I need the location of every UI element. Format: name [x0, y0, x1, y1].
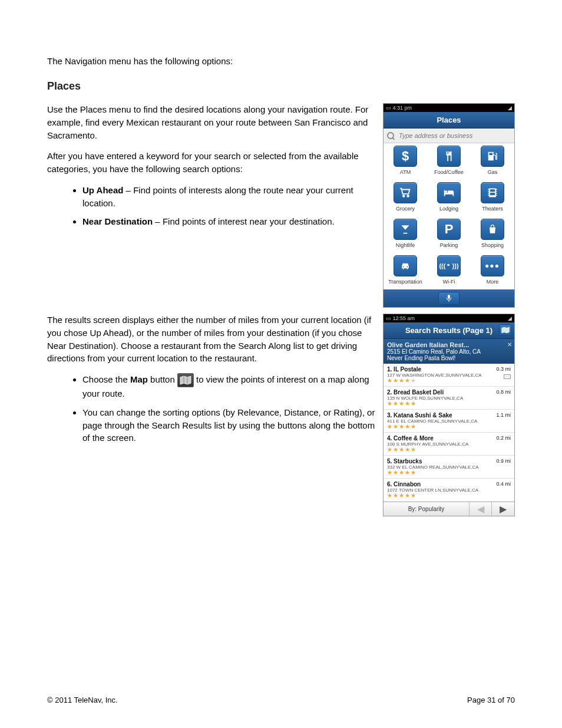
theaters-icon — [481, 182, 504, 203]
svg-rect-13 — [496, 191, 497, 192]
bullet-map: Choose the Map button to view the points… — [82, 373, 376, 400]
category-label: ATM — [400, 169, 411, 175]
result-item[interactable]: 6. Cinnabon1072 TOWN CENTER LN,SUNNYVALE… — [384, 479, 514, 502]
status-bar: ▭ 4:31 pm◢ — [384, 104, 514, 112]
svg-rect-10 — [488, 193, 490, 194]
result-distance: 0.3 mi — [496, 366, 511, 372]
paragraph: Use the Places menu to find the desired … — [47, 103, 376, 141]
category-label: Parking — [440, 242, 458, 248]
svg-rect-12 — [496, 189, 497, 190]
section-heading-places: Places — [47, 80, 515, 93]
category-atm[interactable]: $ATM — [384, 143, 427, 180]
sort-button[interactable]: By: Popularity — [384, 502, 470, 516]
lodging-icon — [437, 182, 461, 203]
paragraph: The results screen displays either the n… — [47, 314, 376, 365]
transportation-icon — [394, 255, 417, 276]
next-page-button[interactable]: ▶ — [492, 502, 514, 516]
svg-point-3 — [407, 195, 409, 197]
svg-rect-6 — [490, 189, 495, 192]
category-label: Theaters — [482, 206, 503, 212]
category-label: Grocery — [396, 206, 415, 212]
svg-rect-18 — [448, 295, 450, 299]
intro-line: The Navigation menu has the following op… — [47, 56, 515, 66]
search-field[interactable] — [398, 131, 511, 140]
screenshot-search-results: ▭ 12:55 am◢ Search Results (Page 1) Oliv… — [383, 314, 515, 516]
rating-stars: ★★★★★ — [387, 378, 511, 384]
search-icon — [387, 132, 394, 139]
featured-result[interactable]: Olive Garden Italian Rest... 2515 El Cam… — [384, 339, 514, 364]
category-label: Lodging — [439, 206, 458, 212]
svg-rect-9 — [488, 191, 490, 192]
bullet-near-destination: Near Destination – Find points of intere… — [82, 215, 376, 228]
shopping-icon — [481, 219, 504, 240]
wi-fi-icon: ((( ᵒ ))) — [437, 255, 461, 276]
category-label: Shopping — [481, 242, 504, 248]
category-wi-fi[interactable]: ((( ᵒ )))Wi-Fi — [427, 253, 471, 289]
category-label: Transportation — [388, 279, 422, 285]
screen-title: Search Results (Page 1) — [384, 322, 514, 339]
rating-stars: ★★★★★ — [387, 493, 511, 499]
category-parking[interactable]: PParking — [427, 216, 471, 253]
result-item[interactable]: 5. Starbucks332 W EL CAMINO REAL,SUNNYVA… — [384, 456, 514, 479]
result-item[interactable]: 4. Coffee & More100 S MURPHY AVE,SUNNYVA… — [384, 433, 514, 456]
svg-point-17 — [407, 266, 408, 268]
svg-rect-15 — [496, 195, 497, 196]
sponsor-badge-icon — [504, 374, 511, 379]
svg-rect-14 — [496, 193, 497, 194]
result-item[interactable]: 1. IL Postale127 W WASHINGTON AVE,SUNNYV… — [384, 364, 514, 387]
mic-button[interactable] — [438, 292, 459, 305]
result-distance: 1.1 mi — [496, 412, 511, 418]
bullet-up-ahead: Up Ahead – Find points of interests alon… — [82, 184, 376, 210]
category-lodging[interactable]: Lodging — [427, 180, 471, 216]
rating-stars: ★★★★★ — [387, 470, 511, 476]
rating-stars: ★★★★★ — [387, 401, 511, 407]
atm-icon: $ — [394, 146, 417, 167]
footer-copyright: © 2011 TeleNav, Inc. — [47, 696, 118, 704]
paragraph: After you have entered a keyword for you… — [47, 150, 376, 176]
category-grocery[interactable]: Grocery — [384, 180, 427, 216]
gas-icon — [481, 146, 504, 167]
result-item[interactable]: 2. Bread Basket Deli135 N WOLFE RD,SUNNY… — [384, 387, 514, 410]
map-button-icon — [177, 373, 194, 387]
prev-page-button[interactable]: ◀ — [470, 502, 492, 516]
screenshot-places: ▭ 4:31 pm◢ Places $ATMFood/CoffeeGasGroc… — [383, 103, 515, 308]
result-item[interactable]: 3. Katana Sushi & Sake411 E EL CAMINO RE… — [384, 410, 514, 433]
category-gas[interactable]: Gas — [471, 143, 514, 180]
svg-rect-8 — [488, 189, 490, 190]
category-shopping[interactable]: Shopping — [471, 216, 514, 253]
svg-point-4 — [445, 190, 448, 193]
category-more[interactable]: •••More — [471, 253, 514, 289]
category-label: Gas — [488, 169, 498, 175]
food-coffee-icon — [437, 146, 461, 167]
close-icon[interactable]: ✕ — [507, 341, 512, 348]
map-button[interactable] — [499, 324, 512, 336]
result-distance: 0.8 mi — [496, 389, 511, 395]
category-nightlife[interactable]: Nightlife — [384, 216, 427, 253]
search-input[interactable] — [384, 129, 514, 143]
screen-title: Places — [384, 112, 514, 129]
bullet-sort: You can change the sorting options (by R… — [82, 406, 376, 444]
result-distance: 0.4 mi — [496, 481, 511, 487]
svg-rect-1 — [490, 153, 493, 156]
result-name: 3. Katana Sushi & Sake — [387, 412, 511, 419]
svg-rect-11 — [488, 195, 490, 196]
result-distance: 0.9 mi — [496, 458, 511, 464]
category-label: Wi-Fi — [443, 279, 455, 285]
status-bar: ▭ 12:55 am◢ — [384, 314, 514, 322]
category-transportation[interactable]: Transportation — [384, 253, 427, 289]
result-name: 2. Bread Basket Deli — [387, 389, 511, 396]
nightlife-icon — [394, 219, 417, 240]
more-icon: ••• — [481, 255, 504, 276]
rating-stars: ★★★★★ — [387, 424, 511, 430]
category-label: More — [487, 279, 499, 285]
result-name: 5. Starbucks — [387, 458, 511, 465]
category-theaters[interactable]: Theaters — [471, 180, 514, 216]
category-food-coffee[interactable]: Food/Coffee — [427, 143, 471, 180]
svg-point-16 — [403, 266, 404, 268]
result-distance: 0.2 mi — [496, 435, 511, 441]
parking-icon: P — [437, 219, 461, 240]
result-name: 6. Cinnabon — [387, 481, 511, 487]
svg-point-2 — [403, 195, 405, 197]
grocery-icon — [394, 182, 417, 203]
result-name: 1. IL Postale — [387, 366, 511, 373]
